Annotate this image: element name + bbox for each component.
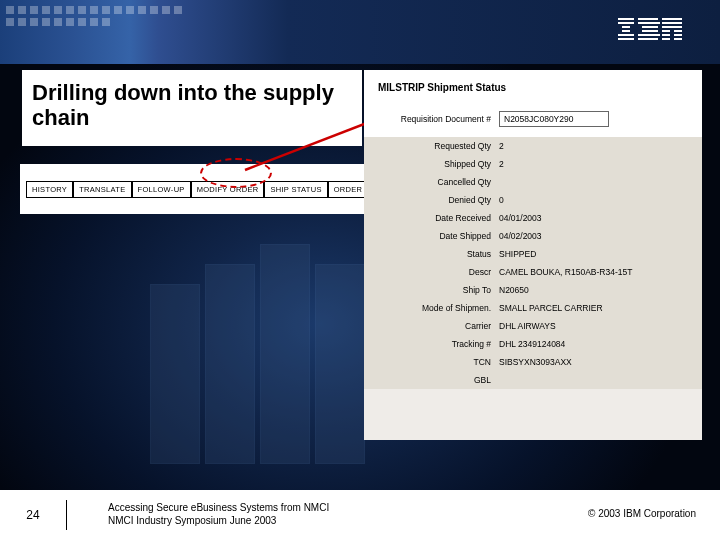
svg-rect-10 xyxy=(638,34,660,36)
svg-rect-3 xyxy=(622,30,630,32)
svg-rect-17 xyxy=(674,30,682,32)
field-label: Tracking # xyxy=(364,339,499,349)
field-label: Carrier xyxy=(364,321,499,331)
footer-line-1: Accessing Secure eBusiness Systems from … xyxy=(108,502,329,515)
field-label: GBL xyxy=(364,375,499,385)
svg-rect-22 xyxy=(670,26,674,28)
field-label: Cancelled Qty xyxy=(364,177,499,187)
footer-divider xyxy=(66,500,67,530)
field-value: 04/02/2003 xyxy=(499,231,542,241)
ibm-logo xyxy=(618,18,682,44)
svg-rect-20 xyxy=(662,38,670,40)
field-value: SMALL PARCEL CARRIER xyxy=(499,303,603,313)
svg-rect-16 xyxy=(662,30,670,32)
svg-rect-5 xyxy=(618,38,634,40)
field-label: Status xyxy=(364,249,499,259)
svg-rect-18 xyxy=(662,34,670,36)
svg-rect-4 xyxy=(618,34,634,36)
svg-rect-9 xyxy=(642,30,658,32)
field-value: 2 xyxy=(499,141,504,151)
svg-rect-12 xyxy=(662,18,682,20)
svg-rect-8 xyxy=(642,26,658,28)
follow-up-button[interactable]: FOLLOW-UP xyxy=(132,181,191,198)
svg-rect-19 xyxy=(674,34,682,36)
field-label: Descr xyxy=(364,267,499,277)
page-number: 24 xyxy=(0,508,66,522)
field-label: Denied Qty xyxy=(364,195,499,205)
field-value: 2 xyxy=(499,159,504,169)
svg-rect-21 xyxy=(674,38,682,40)
decorative-grid xyxy=(6,6,186,58)
field-value: 0 xyxy=(499,195,504,205)
field-value: DHL AIRWAYS xyxy=(499,321,556,331)
field-label: Requested Qty xyxy=(364,141,499,151)
svg-rect-7 xyxy=(638,22,660,24)
field-value: SIBSYXN3093AXX xyxy=(499,357,572,367)
field-label: Mode of Shipmen. xyxy=(364,303,499,313)
field-value: 04/01/2003 xyxy=(499,213,542,223)
svg-rect-6 xyxy=(638,18,658,20)
slide-title-box: Drilling down into the supply chain xyxy=(22,70,362,146)
masthead xyxy=(0,0,720,64)
svg-rect-11 xyxy=(638,38,658,40)
ship-status-button[interactable]: SHIP STATUS xyxy=(264,181,327,198)
svg-rect-15 xyxy=(674,26,682,28)
copyright: © 2003 IBM Corporation xyxy=(588,508,696,519)
modify-order-button[interactable]: MODIFY ORDER xyxy=(191,181,265,198)
field-value: DHL 2349124084 xyxy=(499,339,565,349)
field-value: CAMEL BOUKA, R150AB-R34-15T xyxy=(499,267,632,277)
field-label: Shipped Qty xyxy=(364,159,499,169)
history-button[interactable]: HISTORY xyxy=(26,181,73,198)
translate-button[interactable]: TRANSLATE xyxy=(73,181,131,198)
shipment-status-card: MILSTRIP Shipment Status Requisition Doc… xyxy=(364,70,702,440)
slide-footer: 24 Accessing Secure eBusiness Systems fr… xyxy=(0,490,720,540)
field-label: Ship To xyxy=(364,285,499,295)
slide-title: Drilling down into the supply chain xyxy=(32,80,352,131)
field-label: Date Shipped xyxy=(364,231,499,241)
shipment-status-title: MILSTRIP Shipment Status xyxy=(364,70,702,99)
svg-rect-14 xyxy=(662,26,670,28)
field-label: TCN xyxy=(364,357,499,367)
field-value: N20650 xyxy=(499,285,529,295)
svg-rect-1 xyxy=(618,22,634,24)
field-label: Date Received xyxy=(364,213,499,223)
svg-rect-23 xyxy=(670,22,674,24)
footer-line-2: NMCI Industry Symposium June 2003 xyxy=(108,515,329,528)
field-value: SHIPPED xyxy=(499,249,536,259)
svg-rect-2 xyxy=(622,26,630,28)
svg-rect-0 xyxy=(618,18,634,20)
field-label: Requisition Document # xyxy=(364,114,499,124)
footer-text: Accessing Secure eBusiness Systems from … xyxy=(108,502,329,527)
requisition-document-input[interactable]: N2058JC080Y290 xyxy=(499,111,609,127)
action-button-panel: HISTORY TRANSLATE FOLLOW-UP MODIFY ORDER… xyxy=(20,164,400,214)
